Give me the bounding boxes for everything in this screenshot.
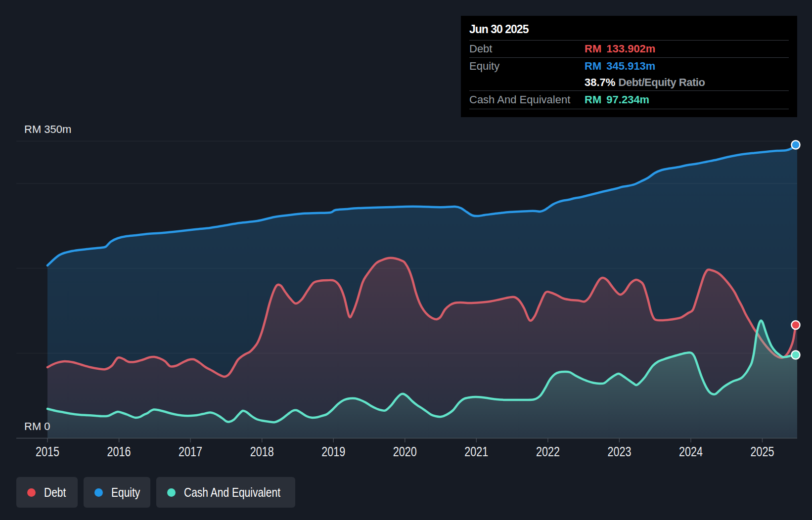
svg-text:2024: 2024 — [679, 444, 703, 459]
svg-text:RM 350m: RM 350m — [24, 123, 71, 135]
svg-text:2016: 2016 — [107, 444, 131, 459]
svg-text:RM 0: RM 0 — [24, 420, 50, 433]
svg-text:2025: 2025 — [750, 444, 774, 459]
svg-text:2019: 2019 — [321, 444, 345, 459]
svg-text:2015: 2015 — [36, 444, 59, 459]
svg-text:2018: 2018 — [250, 444, 274, 459]
svg-text:2020: 2020 — [393, 444, 417, 459]
svg-text:2022: 2022 — [536, 444, 560, 459]
svg-text:2023: 2023 — [607, 444, 631, 459]
svg-text:2021: 2021 — [464, 444, 488, 459]
svg-text:2017: 2017 — [179, 444, 202, 459]
